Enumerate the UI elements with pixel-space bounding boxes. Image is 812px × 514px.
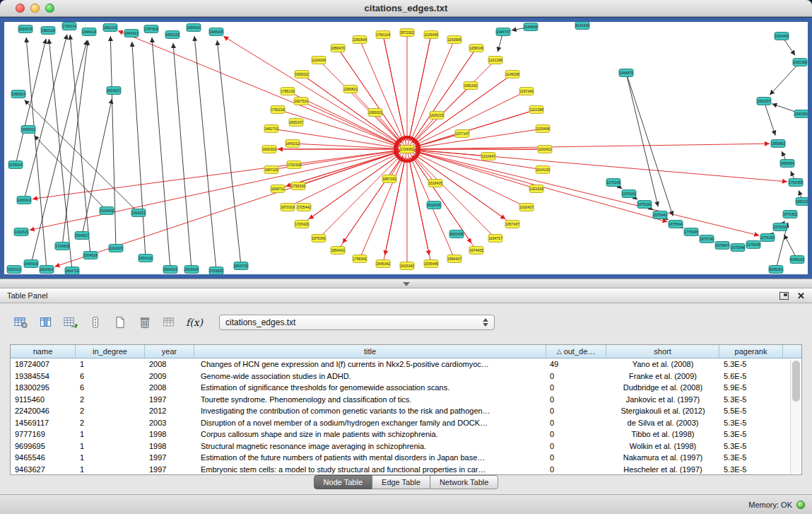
- column-header-title[interactable]: title: [194, 345, 546, 358]
- network-node[interactable]: 1206914: [17, 197, 31, 204]
- table-row[interactable]: 1456911722003Disruption of a novel membe…: [11, 417, 801, 429]
- network-node[interactable]: 2260811: [343, 86, 358, 93]
- network-node[interactable]: 4620436: [449, 230, 464, 238]
- network-node[interactable]: 1750218: [271, 106, 285, 114]
- network-node[interactable]: 1057437: [505, 221, 519, 228]
- network-node[interactable]: 2176049: [746, 241, 760, 249]
- network-node[interactable]: 1475342: [637, 201, 652, 209]
- network-node[interactable]: 1835107: [289, 119, 303, 127]
- network-node[interactable]: 1760124: [376, 31, 390, 39]
- table-settings-icon[interactable]: [11, 313, 31, 332]
- network-node[interactable]: 2090515: [18, 25, 33, 33]
- network-node[interactable]: 1836711: [271, 185, 285, 193]
- network-node[interactable]: 2903627: [107, 87, 121, 95]
- network-node[interactable]: 1759014: [62, 23, 76, 30]
- network-node[interactable]: 1659954: [780, 160, 794, 168]
- table-row[interactable]: 1872400712008Changes of HCN gene express…: [11, 358, 801, 370]
- network-node[interactable]: 1210647: [481, 153, 495, 160]
- delete-table-icon[interactable]: [135, 313, 155, 332]
- network-node[interactable]: 2260834: [353, 36, 367, 44]
- network-canvas[interactable]: 1724061116341211534081221398119734011450…: [4, 22, 808, 274]
- network-node[interactable]: 1793316: [291, 182, 305, 190]
- tab-network-table[interactable]: Network Table: [430, 475, 499, 489]
- network-node[interactable]: 2376251: [773, 223, 787, 231]
- network-node[interactable]: 1462710: [264, 125, 278, 133]
- table-scrollbar-thumb[interactable]: [792, 361, 800, 402]
- column-header-name[interactable]: name: [11, 345, 76, 358]
- network-node[interactable]: 2304221: [131, 209, 146, 217]
- network-node[interactable]: 1732318: [287, 161, 301, 169]
- network-node[interactable]: 1375241: [622, 190, 636, 198]
- network-node[interactable]: 2504023: [163, 266, 177, 274]
- network-node[interactable]: 2703825: [209, 267, 223, 275]
- network-node[interactable]: 1785130: [281, 88, 295, 95]
- float-panel-icon[interactable]: [779, 292, 789, 300]
- network-node[interactable]: 1775645: [684, 228, 698, 236]
- window-titlebar[interactable]: citations_edges.txt: [0, 0, 812, 17]
- network-node[interactable]: 1875746: [700, 235, 714, 243]
- network-node[interactable]: 1760055: [789, 179, 803, 187]
- network-node[interactable]: 1864913: [124, 30, 139, 37]
- tab-node-table[interactable]: Node Table: [314, 475, 372, 489]
- network-node[interactable]: 1575443: [653, 211, 667, 219]
- network-node[interactable]: 1960257: [757, 98, 771, 105]
- network-node[interactable]: 1626215: [430, 112, 444, 119]
- network-node[interactable]: 1090514: [11, 90, 25, 98]
- network-node[interactable]: 1125439: [424, 31, 438, 39]
- column-header-in_degree[interactable]: in_degree: [76, 345, 145, 358]
- table-import-icon[interactable]: [61, 313, 81, 332]
- network-node[interactable]: 1804716: [65, 267, 79, 275]
- network-node[interactable]: 1758341: [353, 255, 367, 263]
- network-node[interactable]: 1674415: [469, 247, 483, 255]
- network-node[interactable]: 1860156: [796, 198, 808, 206]
- network-node[interactable]: 2075948: [731, 244, 745, 252]
- network-node[interactable]: 8130439: [575, 22, 589, 30]
- network-node[interactable]: 1016427: [519, 204, 534, 211]
- table-scrollbar[interactable]: [790, 359, 801, 474]
- network-node[interactable]: 2104419: [100, 207, 114, 215]
- network-node[interactable]: 1757816: [144, 25, 158, 33]
- column-header-short[interactable]: short: [606, 345, 719, 358]
- network-node[interactable]: 1302515: [14, 228, 28, 236]
- network-node[interactable]: 9345162: [790, 256, 804, 264]
- network-node[interactable]: 1855914: [187, 24, 201, 32]
- table-row[interactable]: 969969511998Structural magnetic resonanc…: [11, 440, 801, 452]
- network-node[interactable]: 1221398: [529, 106, 543, 114]
- network-node[interactable]: 9245061: [769, 266, 783, 274]
- merge-table-icon[interactable]: [160, 313, 180, 332]
- network-node[interactable]: 1094737: [496, 28, 510, 36]
- network-node[interactable]: 1615342: [400, 262, 414, 270]
- network-node[interactable]: 1258106: [469, 45, 483, 52]
- network-node[interactable]: 1675341: [312, 235, 326, 243]
- network-node[interactable]: 1153408: [536, 125, 550, 133]
- network-node[interactable]: 4518435: [427, 201, 441, 209]
- network-node[interactable]: 1163906: [447, 36, 461, 44]
- network-node[interactable]: 2276150: [760, 234, 775, 242]
- network-node[interactable]: 1559853: [771, 140, 785, 148]
- table-selector-dropdown[interactable]: citations_edges.txt: [219, 315, 495, 330]
- tab-edge-table[interactable]: Edge Table: [372, 475, 430, 489]
- zoom-window-button[interactable]: [45, 4, 54, 13]
- network-node[interactable]: 1197340: [519, 88, 534, 95]
- network-node[interactable]: 1675544: [669, 221, 683, 228]
- network-node[interactable]: 1014133: [536, 166, 550, 174]
- table-row[interactable]: 1830029562008Estimation of significance …: [11, 382, 801, 394]
- network-node[interactable]: 1704815: [55, 243, 69, 250]
- close-window-button[interactable]: [16, 4, 25, 13]
- minimize-window-button[interactable]: [30, 4, 40, 13]
- network-node[interactable]: 1640212: [286, 140, 300, 148]
- new-table-icon[interactable]: [110, 313, 130, 332]
- network-node[interactable]: 1856470: [331, 45, 345, 52]
- row-height-icon[interactable]: [86, 313, 105, 332]
- network-node[interactable]: 1584427: [447, 255, 461, 263]
- network-node[interactable]: 1651015: [165, 31, 180, 39]
- network-node[interactable]: 1830302: [262, 146, 276, 153]
- network-node[interactable]: 1535445: [424, 260, 438, 268]
- network-node[interactable]: 1081162: [464, 82, 478, 90]
- splitter-collapse-icon[interactable]: [403, 282, 410, 286]
- network-node[interactable]: 1221296: [488, 57, 502, 64]
- network-node[interactable]: 1944879: [619, 69, 633, 77]
- network-node[interactable]: 1854410: [331, 247, 345, 255]
- network-node[interactable]: 1725442: [297, 204, 311, 211]
- network-node[interactable]: 1545342: [376, 260, 390, 268]
